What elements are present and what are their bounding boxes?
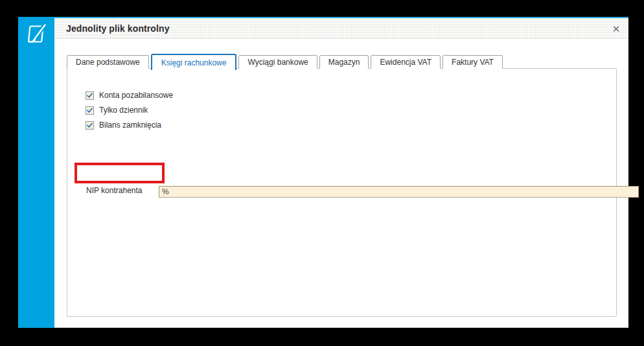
checkbox-konta-pozabilansowe[interactable] — [86, 91, 94, 100]
checkbox-row-tylko-dziennik: Tylko dziennik — [86, 106, 148, 115]
nip-field-label: NIP kontrahenta — [86, 186, 143, 195]
tab-content-panel: Konta pozabilansowe Tylko dziennik Bilan… — [67, 68, 617, 317]
edit-document-icon — [23, 21, 51, 48]
tab-ewidencja-vat[interactable]: Ewidencja VAT — [371, 55, 441, 69]
close-icon[interactable]: ✕ — [610, 23, 622, 34]
dialog-header: Jednolity plik kontrolny ✕ — [54, 18, 628, 39]
screen-background: Jednolity plik kontrolny ✕ Dane podstawo… — [0, 0, 644, 346]
checkmark-icon — [86, 107, 93, 114]
jpk-dialog: Jednolity plik kontrolny ✕ Dane podstawo… — [54, 17, 628, 328]
checkbox-label: Tylko dziennik — [99, 106, 148, 115]
checkbox-row-konta-pozabilansowe: Konta pozabilansowe — [86, 91, 173, 100]
tab-faktury-vat[interactable]: Faktury VAT — [443, 55, 503, 69]
dialog-title: Jednolity plik kontrolny — [66, 23, 170, 34]
red-highlight-rectangle — [75, 163, 165, 183]
checkbox-row-bilans-zamkniecia: Bilans zamknięcia — [86, 121, 161, 130]
tab-magazyn[interactable]: Magazyn — [319, 55, 369, 69]
tab-dane-podstawowe[interactable]: Dane podstawowe — [67, 55, 149, 69]
checkbox-label: Konta pozabilansowe — [99, 91, 173, 100]
tab-strip: Dane podstawowe Księgi rachunkowe Wyciąg… — [67, 54, 505, 69]
tab-wyciagi-bankowe[interactable]: Wyciągi bankowe — [238, 55, 317, 69]
tab-ksiegi-rachunkowe[interactable]: Księgi rachunkowe — [151, 54, 237, 70]
nip-field-row: NIP kontrahenta — [86, 186, 150, 195]
checkbox-bilans-zamkniecia[interactable] — [86, 121, 94, 130]
nip-input[interactable] — [159, 186, 639, 198]
checkbox-label: Bilans zamknięcia — [99, 121, 161, 130]
checkmark-icon — [86, 122, 93, 129]
checkmark-icon — [86, 92, 93, 99]
checkbox-tylko-dziennik[interactable] — [86, 106, 94, 115]
app-sidebar — [18, 17, 54, 328]
